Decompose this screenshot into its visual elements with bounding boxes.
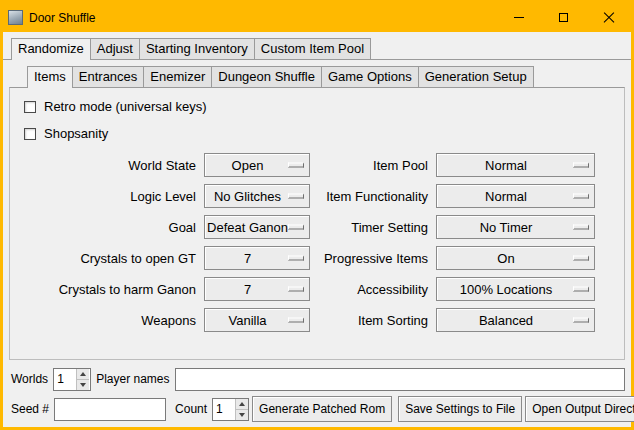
close-button[interactable] [586,3,631,32]
crystals-harm-ganon-dropdown[interactable]: 7 [204,277,310,301]
crystals-open-gt-dropdown[interactable]: 7 [204,246,310,270]
dropdown-indicator-icon [573,318,589,323]
app-icon [8,10,23,25]
tab-label: Game Options [328,69,412,84]
dropdown-indicator-icon [573,194,589,199]
titlebar: Door Shuffle [3,3,631,32]
weapons-label: Weapons [22,313,200,328]
dropdown-indicator-icon [573,225,589,230]
count-spinbox[interactable] [212,398,249,421]
shopsanity-checkbox[interactable] [24,128,36,140]
goal-dropdown[interactable]: Defeat Ganon [204,215,310,239]
dropdown-value: Open [232,158,264,173]
dropdown-indicator-icon [288,163,304,168]
item-functionality-dropdown[interactable]: Normal [436,184,595,208]
worlds-spin-down-button[interactable] [77,380,89,390]
tab-label: Adjust [97,41,133,56]
item-pool-label: Item Pool [314,158,432,173]
accessibility-label: Accessibility [314,282,432,297]
tab-entrances[interactable]: Entrances [72,66,145,87]
retro-mode-label: Retro mode (universal keys) [44,99,207,114]
tab-generation-setup[interactable]: Generation Setup [418,66,534,87]
dropdown-indicator-icon [288,287,304,292]
worlds-spin-up-button[interactable] [77,369,89,380]
save-settings-button[interactable]: Save Settings to File [398,396,522,422]
dropdown-value: Normal [485,189,527,204]
dropdown-value: On [497,251,514,266]
retro-mode-checkbox[interactable] [24,101,36,113]
worlds-row: Worlds Player names [9,366,625,392]
randomize-pane: Items Entrances Enemizer Dungeon Shuffle… [3,59,631,364]
count-input[interactable] [213,399,235,420]
weapons-dropdown[interactable]: Vanilla [204,308,310,332]
player-names-label: Player names [94,372,171,386]
count-spin-buttons [235,399,248,420]
world-state-dropdown[interactable]: Open [204,153,310,177]
worlds-spin-buttons [76,369,89,390]
dropdown-value: Defeat Ganon [207,220,288,235]
tab-label: Items [34,69,66,84]
seed-input[interactable] [54,398,166,421]
dropdown-indicator-icon [288,225,304,230]
option-fields: World State Open Item Pool Normal Logic … [22,153,614,332]
dropdown-indicator-icon [288,256,304,261]
tab-label: Dungeon Shuffle [218,69,315,84]
seed-label: Seed # [9,402,51,416]
count-spin-down-button[interactable] [236,410,248,420]
caption-buttons [496,3,631,32]
dropdown-indicator-icon [288,194,304,199]
dropdown-indicator-icon [288,318,304,323]
arrow-down-icon [80,383,86,387]
dropdown-indicator-icon [573,256,589,261]
tab-starting-inventory[interactable]: Starting Inventory [139,38,255,59]
shopsanity-label: Shopsanity [44,126,108,141]
count-label: Count [173,402,209,416]
dropdown-indicator-icon [573,163,589,168]
tab-label: Starting Inventory [146,41,248,56]
tab-game-options[interactable]: Game Options [321,66,419,87]
tab-items[interactable]: Items [27,66,73,88]
generate-patched-rom-button[interactable]: Generate Patched Rom [252,396,392,422]
bottom-bar: Worlds Player names Seed # Count [3,364,631,427]
goal-label: Goal [22,220,200,235]
item-pool-dropdown[interactable]: Normal [436,153,595,177]
sub-tab-bar: Items Entrances Enemizer Dungeon Shuffle… [9,62,625,87]
minimize-icon [514,17,524,18]
player-names-input[interactable] [175,368,626,391]
items-pane: Retro mode (universal keys) Shopsanity W… [9,87,625,360]
close-icon [603,12,615,24]
tab-dungeon-shuffle[interactable]: Dungeon Shuffle [211,66,322,87]
progressive-items-label: Progressive Items [314,251,432,266]
tab-enemizer[interactable]: Enemizer [143,66,212,87]
window-title: Door Shuffle [29,11,96,25]
crystals-open-gt-label: Crystals to open GT [22,251,200,266]
dropdown-value: Normal [485,158,527,173]
crystals-harm-ganon-label: Crystals to harm Ganon [22,282,200,297]
logic-level-dropdown[interactable]: No Glitches [204,184,310,208]
worlds-label: Worlds [9,372,50,386]
checkbox-retro-mode[interactable]: Retro mode (universal keys) [24,99,614,114]
timer-setting-label: Timer Setting [314,220,432,235]
minimize-button[interactable] [496,3,541,32]
app-window: Door Shuffle Randomize Adjust Starting I… [0,0,634,430]
maximize-button[interactable] [541,3,586,32]
count-spin-up-button[interactable] [236,399,248,410]
dropdown-value: 7 [244,251,251,266]
tab-label: Custom Item Pool [261,41,364,56]
progressive-items-dropdown[interactable]: On [436,246,595,270]
item-sorting-dropdown[interactable]: Balanced [436,308,595,332]
logic-level-label: Logic Level [22,189,200,204]
checkbox-shopsanity[interactable]: Shopsanity [24,126,614,141]
worlds-spinbox[interactable] [53,368,91,391]
open-output-directory-button[interactable]: Open Output Directory [525,396,634,422]
tab-custom-item-pool[interactable]: Custom Item Pool [254,38,371,59]
accessibility-dropdown[interactable]: 100% Locations [436,277,595,301]
world-state-label: World State [22,158,200,173]
tab-label: Randomize [18,41,84,56]
tab-adjust[interactable]: Adjust [90,38,140,59]
tab-randomize[interactable]: Randomize [11,38,91,60]
worlds-input[interactable] [54,369,76,390]
timer-setting-dropdown[interactable]: No Timer [436,215,595,239]
item-sorting-label: Item Sorting [314,313,432,328]
dropdown-value: 100% Locations [460,282,553,297]
